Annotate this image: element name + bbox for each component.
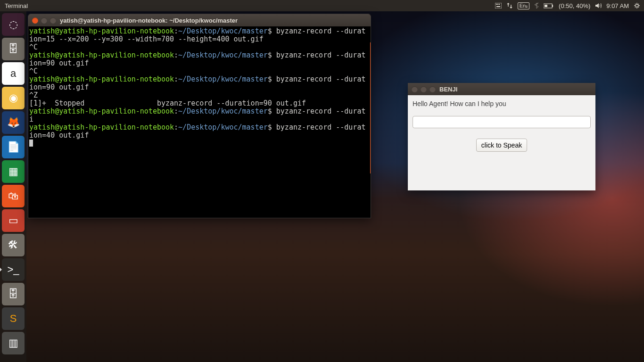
terminal-window[interactable]: yatish@yatish-hp-pavilion-notebook: ~/De…: [28, 14, 371, 218]
launcher-dash[interactable]: ◌: [2, 13, 25, 36]
bluetooth-icon[interactable]: [534, 2, 539, 9]
window-maximize-button[interactable]: [429, 86, 436, 92]
window-maximize-button[interactable]: [50, 17, 56, 24]
launcher-files2[interactable]: 🗄: [2, 283, 25, 305]
launcher-firefox[interactable]: 🦊: [2, 111, 25, 134]
launcher-chrome[interactable]: ◉: [2, 87, 25, 109]
gear-icon[interactable]: [634, 2, 640, 9]
svg-rect-0: [495, 3, 502, 8]
system-tray: En₂ (0:50, 40%) 9:07 AM: [495, 2, 642, 9]
launcher-software[interactable]: 🛍: [2, 185, 25, 207]
network-icon[interactable]: [506, 2, 513, 9]
terminal-titlebar[interactable]: yatish@yatish-hp-pavilion-notebook: ~/De…: [28, 14, 371, 26]
benji-title-text: BENJI: [439, 86, 457, 93]
terminal-cursor: [29, 140, 33, 147]
window-close-button[interactable]: [32, 17, 38, 24]
launcher-workspace[interactable]: ▥: [2, 332, 25, 354]
svg-rect-1: [496, 4, 497, 5]
svg-rect-2: [497, 4, 498, 5]
benji-input[interactable]: [413, 116, 591, 128]
svg-rect-3: [499, 4, 500, 5]
window-close-button[interactable]: [412, 86, 418, 92]
terminal-body[interactable]: yatish@yatish-hp-pavilion-notebook:~/Des…: [28, 26, 371, 149]
launcher-writer[interactable]: 📄: [2, 136, 25, 158]
window-minimize-button[interactable]: [421, 86, 427, 92]
launcher-sublime[interactable]: S: [2, 307, 25, 330]
benji-greeting: Hello Agent! How can I help you: [413, 100, 591, 107]
svg-rect-6: [552, 5, 553, 7]
svg-point-8: [636, 4, 638, 7]
benji-window[interactable]: BENJI Hello Agent! How can I help you cl…: [408, 83, 595, 190]
benji-titlebar[interactable]: BENJI: [408, 83, 595, 95]
battery-icon[interactable]: [544, 3, 554, 8]
launcher-impress[interactable]: ▭: [2, 209, 25, 232]
unity-launcher: ◌🗄a◉🦊📄▦🛍▭🛠>_🗄S▥: [0, 11, 26, 362]
keyboard-layout-indicator[interactable]: En₂: [518, 2, 529, 9]
menubar-app-title: Terminal: [2, 2, 28, 9]
window-minimize-button[interactable]: [41, 17, 47, 24]
benji-speak-button[interactable]: click to Speak: [476, 139, 527, 152]
top-menubar: Terminal En₂ (0:50, 40%) 9:07 AM: [0, 0, 644, 11]
launcher-terminal[interactable]: >_: [2, 258, 25, 281]
launcher-calc[interactable]: ▦: [2, 160, 25, 183]
launcher-files[interactable]: 🗄: [2, 38, 25, 60]
battery-text: (0:50, 40%): [559, 2, 590, 9]
svg-rect-7: [545, 5, 547, 7]
terminal-title-text: yatish@yatish-hp-pavilion-notebook: ~/De…: [60, 17, 238, 24]
volume-icon[interactable]: [595, 3, 602, 8]
svg-rect-4: [496, 6, 500, 7]
keyboard-icon[interactable]: [495, 3, 502, 8]
launcher-amazon[interactable]: a: [2, 62, 25, 85]
launcher-settings[interactable]: 🛠: [2, 234, 25, 256]
clock-text: 9:07 AM: [606, 2, 629, 9]
